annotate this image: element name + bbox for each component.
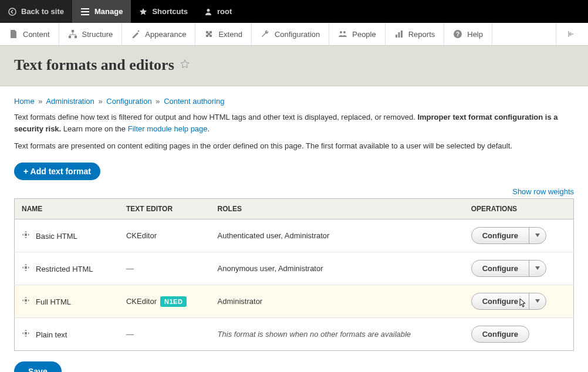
svg-rect-8 — [396, 35, 397, 38]
svg-rect-3 — [69, 36, 71, 38]
roles-text: This format is shown when no other forma… — [218, 330, 411, 339]
drag-handle-icon[interactable] — [22, 296, 30, 305]
save-button[interactable]: Save — [14, 361, 62, 373]
drag-handle-icon[interactable] — [22, 263, 30, 272]
configure-button[interactable]: Configure — [471, 326, 529, 343]
svg-point-7 — [343, 31, 346, 33]
arrow-collapse-icon — [565, 29, 575, 39]
svg-point-5 — [138, 31, 140, 32]
description-2: Text formats are presented on content ed… — [14, 140, 574, 152]
configure-dropdown-toggle[interactable] — [529, 293, 546, 309]
editor-name: — — [126, 330, 134, 339]
menu-appearance[interactable]: Appearance — [122, 23, 195, 45]
svg-rect-10 — [401, 31, 403, 38]
arrow-left-icon — [8, 8, 16, 16]
svg-rect-4 — [75, 36, 77, 38]
svg-rect-2 — [72, 30, 74, 32]
table-row: Basic HTMLCKEditorAuthenticated user, Ad… — [15, 219, 574, 252]
format-name: Full HTML — [36, 297, 71, 306]
reports-icon — [394, 29, 404, 39]
page-title: Text formats and editors — [14, 56, 574, 74]
back-label: Back to site — [21, 7, 64, 16]
star-icon — [139, 8, 147, 16]
puzzle-icon — [204, 29, 214, 39]
drag-handle-icon[interactable] — [22, 329, 30, 337]
crumb-home[interactable]: Home — [14, 97, 35, 106]
col-roles: Roles — [211, 198, 464, 219]
toolbar-top: Back to site Manage Shortcuts root — [0, 0, 588, 23]
description-1: Text formats define how text is filtered… — [14, 111, 574, 134]
editor-badge: N1ED — [160, 296, 187, 307]
show-row-weights-link[interactable]: Show row weights — [512, 187, 574, 196]
configure-dropdown-toggle[interactable] — [529, 261, 546, 276]
drag-handle-icon[interactable] — [22, 231, 30, 239]
cursor-icon — [518, 298, 528, 310]
roles-text: Anonymous user, Administrator — [218, 264, 323, 273]
hamburger-icon — [80, 8, 90, 16]
menu-people[interactable]: People — [329, 23, 385, 45]
col-ops: Operations — [464, 198, 574, 219]
shortcuts-label: Shortcuts — [152, 7, 188, 16]
menu-configuration[interactable]: Configuration — [252, 23, 329, 45]
breadcrumb: Home » Administration » Configuration » … — [14, 97, 574, 106]
table-row: Plain text—This format is shown when no … — [15, 317, 574, 350]
menu-reports[interactable]: Reports — [386, 23, 445, 45]
svg-point-1 — [207, 9, 210, 12]
col-name: Name — [15, 198, 119, 219]
editor-name: CKEditor — [126, 231, 157, 240]
svg-point-6 — [340, 31, 342, 33]
admin-menu: Content Structure Appearance Extend Conf… — [0, 23, 588, 46]
crumb-admin[interactable]: Administration — [46, 97, 94, 106]
appearance-icon — [131, 29, 140, 39]
back-to-site[interactable]: Back to site — [0, 0, 72, 23]
menu-structure[interactable]: Structure — [59, 23, 123, 45]
wrench-icon — [261, 29, 270, 39]
roles-text: Administrator — [218, 297, 263, 306]
structure-icon — [68, 29, 77, 39]
crumb-content-auth[interactable]: Content authoring — [164, 97, 224, 106]
editor-name: CKEditor — [126, 297, 157, 306]
collapse-toolbar[interactable] — [556, 23, 588, 45]
crumb-config[interactable]: Configuration — [106, 97, 151, 106]
manage-label: Manage — [94, 7, 123, 16]
formats-table: Name Text Editor Roles Operations Basic … — [14, 198, 574, 351]
doc-icon — [9, 29, 18, 39]
configure-dropdown-toggle[interactable] — [529, 228, 546, 244]
main-content: Home » Administration » Configuration » … — [0, 86, 588, 372]
svg-text:?: ? — [456, 31, 459, 38]
user-icon — [204, 8, 212, 16]
col-editor: Text Editor — [119, 198, 211, 219]
svg-rect-9 — [398, 32, 400, 38]
menu-extend[interactable]: Extend — [195, 23, 251, 45]
table-row: Restricted HTML—Anonymous user, Administ… — [15, 252, 574, 285]
user-menu[interactable]: root — [196, 0, 240, 23]
configure-button[interactable]: Configure — [472, 228, 529, 244]
svg-point-0 — [9, 8, 16, 15]
format-name: Plain text — [36, 330, 67, 339]
show-row-weights: Show row weights — [14, 187, 574, 196]
header-region: Text formats and editors — [0, 46, 588, 86]
people-icon — [338, 29, 347, 39]
menu-help[interactable]: ? Help — [444, 23, 492, 45]
favorite-star-icon[interactable] — [180, 59, 190, 72]
shortcuts-toggle[interactable]: Shortcuts — [131, 0, 196, 23]
format-name: Basic HTML — [36, 232, 77, 241]
manage-toggle[interactable]: Manage — [72, 0, 131, 23]
roles-text: Authenticated user, Administrator — [218, 231, 330, 240]
menu-content[interactable]: Content — [0, 23, 59, 45]
filter-help-link[interactable]: Filter module help page — [128, 124, 208, 133]
configure-button[interactable]: Configure — [472, 261, 529, 276]
help-icon: ? — [453, 29, 462, 39]
format-name: Restricted HTML — [36, 265, 93, 273]
user-label: root — [217, 7, 232, 16]
table-row: Full HTMLCKEditorN1EDAdministratorConfig… — [15, 285, 574, 317]
add-text-format-button[interactable]: + Add text format — [14, 163, 100, 180]
editor-name: — — [126, 264, 134, 273]
